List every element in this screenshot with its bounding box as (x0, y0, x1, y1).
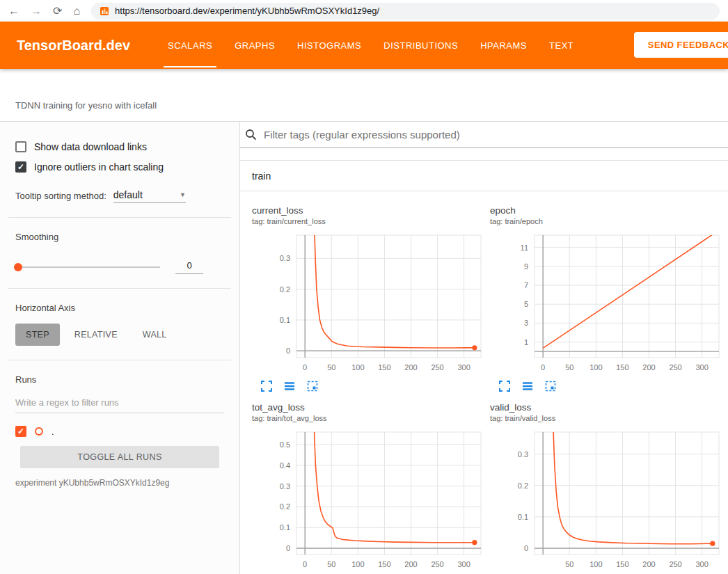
smoothing-slider[interactable] (15, 266, 160, 268)
show-download-label: Show data download links (34, 141, 147, 152)
svg-text:0.1: 0.1 (518, 513, 528, 521)
svg-text:0.3: 0.3 (280, 482, 290, 491)
tab-scalars[interactable]: SCALARS (157, 22, 223, 69)
svg-text:100: 100 (589, 363, 602, 372)
address-bar[interactable]: https://tensorboard.dev/experiment/yKUbh… (91, 3, 720, 19)
back-icon[interactable]: ← (8, 6, 19, 17)
svg-text:100: 100 (351, 560, 364, 568)
svg-text:0: 0 (541, 363, 545, 372)
show-download-row[interactable]: Show data download links (15, 141, 224, 152)
chart-card: valid_loss tag: train/valid_loss 00.10.2… (490, 402, 725, 574)
fullscreen-icon[interactable] (260, 380, 273, 392)
ignore-outliers-row[interactable]: Ignore outliers in chart scaling (15, 161, 224, 173)
chevron-down-icon: ▼ (180, 191, 186, 198)
chart-title: tot_avg_loss (252, 402, 486, 413)
fit-domain-icon[interactable] (544, 380, 557, 392)
svg-text:300: 300 (457, 560, 470, 568)
fit-domain-icon[interactable] (306, 380, 319, 392)
fullscreen-icon[interactable] (498, 380, 511, 392)
run-name: . (52, 426, 54, 437)
svg-text:1: 1 (524, 338, 528, 346)
svg-text:300: 300 (457, 363, 470, 372)
svg-text:11: 11 (521, 244, 528, 252)
tab-text[interactable]: TEXT (538, 22, 585, 69)
tab-hparams[interactable]: HPARAMS (469, 22, 538, 69)
chart-card: current_loss tag: train/current_loss 00.… (252, 205, 486, 392)
url-text[interactable]: https://tensorboard.dev/experiment/yKUbh… (115, 6, 379, 16)
svg-text:0.1: 0.1 (280, 316, 290, 324)
sidebar-divider (8, 217, 231, 218)
svg-text:7: 7 (524, 281, 528, 289)
tooltip-sorting-value: default (113, 189, 143, 200)
chart-tag: tag: train/valid_loss (490, 414, 725, 422)
run-checkbox[interactable] (15, 426, 26, 437)
chart-toolbar (490, 380, 725, 392)
forward-icon[interactable]: → (31, 6, 42, 17)
tag-group-header[interactable]: train (240, 161, 728, 191)
svg-text:0.4: 0.4 (280, 461, 290, 470)
svg-text:150: 150 (616, 363, 628, 372)
home-icon[interactable]: ⌂ (73, 6, 80, 17)
horizontal-axis-label: Horizontal Axis (15, 303, 224, 313)
line-chart[interactable]: 1357911050100150200250300 (490, 231, 725, 376)
line-chart[interactable]: 00.10.20.30.40.5050100150200250300 (252, 428, 486, 573)
send-feedback-button[interactable]: SEND FEEDBACK (634, 32, 728, 58)
smoothing-slider-thumb[interactable] (14, 263, 22, 271)
axis-step-button[interactable]: STEP (15, 324, 60, 346)
toggle-all-runs-button[interactable]: TOGGLE ALL RUNS (20, 446, 219, 468)
runs-filter (15, 396, 224, 413)
chart-card: epoch tag: train/epoch 13579110501001502… (490, 205, 725, 392)
chart-title: current_loss (252, 205, 486, 216)
show-download-checkbox[interactable] (15, 141, 26, 152)
svg-text:200: 200 (404, 363, 417, 372)
chart-card: tot_avg_loss tag: train/tot_avg_loss 00.… (252, 402, 486, 574)
run-list-item[interactable]: . (15, 426, 224, 437)
scalars-dashboard: train current_loss tag: train/current_lo… (240, 122, 728, 574)
svg-text:0: 0 (286, 544, 290, 552)
reload-icon[interactable]: ⟳ (53, 6, 62, 17)
tab-graphs[interactable]: GRAPHS (223, 22, 286, 69)
svg-text:300: 300 (695, 363, 708, 372)
tooltip-sorting-dropdown[interactable]: default ▼ (113, 189, 186, 203)
svg-text:0.1: 0.1 (280, 523, 290, 532)
experiment-subheader: TDNN training for yesno with icefall (0, 69, 728, 122)
svg-text:100: 100 (589, 560, 602, 568)
svg-text:250: 250 (431, 560, 443, 568)
chart-title: valid_loss (490, 402, 725, 413)
line-chart[interactable]: 00.10.20.350100150200250300 (490, 428, 725, 573)
svg-text:150: 150 (616, 560, 628, 568)
sidebar-divider (8, 360, 231, 360)
runs-filter-input[interactable] (15, 397, 224, 408)
tooltip-sorting-row: Tooltip sorting method: default ▼ (15, 189, 224, 203)
svg-text:200: 200 (642, 363, 655, 372)
svg-text:5: 5 (524, 300, 528, 308)
log-scale-icon[interactable] (521, 380, 534, 392)
svg-text:50: 50 (565, 363, 573, 372)
app-logo[interactable]: TensorBoard.dev (17, 38, 130, 54)
run-color-swatch (35, 427, 43, 436)
line-chart[interactable]: 00.10.20.3050100150200250300 (252, 231, 486, 376)
svg-text:0.5: 0.5 (280, 440, 290, 449)
tag-filter-input[interactable] (264, 129, 728, 141)
search-icon (245, 129, 257, 141)
runs-label: Runs (15, 374, 224, 385)
tab-histograms[interactable]: HISTOGRAMS (286, 22, 372, 69)
smoothing-value[interactable]: 0 (175, 260, 203, 274)
chart-tag: tag: train/current_loss (252, 217, 486, 225)
tab-distributions[interactable]: DISTRIBUTIONS (372, 22, 469, 69)
svg-text:250: 250 (669, 560, 681, 568)
sidebar-divider (8, 288, 231, 289)
svg-text:50: 50 (327, 363, 335, 372)
tag-filter-row (240, 122, 728, 148)
axis-relative-button[interactable]: RELATIVE (64, 324, 128, 346)
smoothing-label: Smoothing (15, 232, 224, 242)
log-scale-icon[interactable] (283, 380, 296, 392)
svg-text:150: 150 (378, 560, 390, 568)
svg-text:3: 3 (524, 319, 528, 327)
chart-tag: tag: train/epoch (490, 217, 725, 225)
horizontal-axis-options: STEP RELATIVE WALL (15, 324, 224, 346)
ignore-outliers-checkbox[interactable] (15, 161, 26, 173)
axis-wall-button[interactable]: WALL (132, 324, 177, 346)
svg-text:0: 0 (303, 363, 307, 372)
svg-text:0.2: 0.2 (280, 502, 290, 511)
